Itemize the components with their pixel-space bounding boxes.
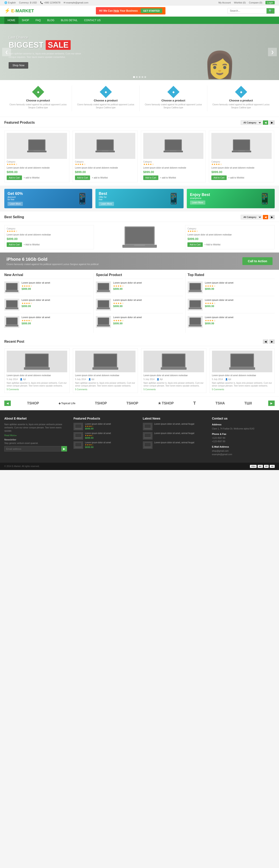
best-selling-category-select[interactable]: All Category (241, 215, 262, 219)
brands-next-btn[interactable]: ▶ (268, 401, 275, 406)
iphone-banner-text: iPhone 6 16Gb Gold Cicero famously crate… (6, 257, 99, 266)
hero-dot-1[interactable] (133, 76, 135, 78)
featured-products-grid: Category ★★★★☆ Lorem ipsum dolor sit ame… (0, 127, 279, 186)
hero-dot-4[interactable] (142, 76, 143, 78)
top-bar-right: My Account Wishlist (0) Compare (0) Logi… (218, 1, 275, 4)
sp-price-2: $899.99 (113, 305, 142, 308)
post-author-3: 👤 Ajit (156, 378, 163, 380)
hero-next-button[interactable]: ❯ (268, 48, 277, 56)
post-author-2: 👤 Ajit (88, 378, 94, 380)
feature-title-2: Choose a product (74, 99, 137, 102)
search-button[interactable]: 🔍 (267, 8, 275, 13)
add-to-cart-1[interactable]: Add to Cart (7, 176, 22, 180)
sp-stars-1: ★★★★☆ (113, 285, 142, 287)
payment-visa: VISA (250, 465, 256, 468)
main-nav: HOME SHOP FAQ BLOG BLOG DETAIL CONTACT U… (0, 17, 279, 24)
post-comments-4[interactable]: 5 Comments (212, 388, 273, 391)
best-selling-prev-btn[interactable]: ◀ (263, 215, 268, 219)
fp-title-2: Lorem ipsum dolor sit amet (85, 432, 111, 434)
nav-faq[interactable]: FAQ (32, 17, 44, 24)
promo-text-3: Enjoy Best smartphone Learn More (190, 192, 210, 205)
nav-home[interactable]: HOME (4, 17, 19, 24)
add-to-cart-2[interactable]: Add to Cart (75, 176, 90, 180)
hero-dot-3[interactable] (139, 76, 140, 78)
product-price-2: $899.00 (75, 170, 135, 174)
bs-wishlist-2[interactable]: + Add to Wishlist (205, 243, 220, 246)
language-selector[interactable]: 🌐 English (4, 1, 16, 4)
promo-banner-1: Get 60% discount for free Learn More 📱 (4, 189, 92, 208)
newsletter-input-container: ▶ (4, 446, 67, 452)
top-rated-item-2: Lorem ipsum dolor sit amet ★★★★☆ $899.99 (188, 299, 275, 313)
post-meta-3: 5 July 2014 👤 Ajit (143, 378, 204, 380)
hero-dot-5[interactable] (144, 76, 146, 78)
feature-1: ◆ Choose a product Cicero famously crate… (4, 86, 72, 111)
hero-dot-2[interactable] (136, 76, 138, 78)
bs-cart-2[interactable]: Add to Cart (187, 242, 203, 247)
best-selling-next-btn[interactable]: ▶ (269, 215, 275, 219)
bs-wishlist-1[interactable]: + Add to Wishlist (24, 243, 40, 246)
call-to-action-button[interactable]: Call to Action (242, 257, 273, 265)
address-text: Clare 1, 74 Fadlan Dr, Wellcome alpha 81… (212, 427, 275, 431)
newsletter-email-input[interactable] (4, 446, 61, 452)
promo-learn-3[interactable]: Learn More (190, 200, 205, 205)
post-comments-2[interactable]: 5 Comments (75, 388, 136, 391)
svg-rect-70 (144, 428, 151, 429)
best-selling-info-2: Category ★★★★☆ Lorem ipsum dolor sit ame… (187, 227, 272, 247)
recent-post-next[interactable]: ▶ (269, 339, 275, 344)
product-category-1: Category (7, 161, 67, 163)
new-arrival-info-3: Lorem ipsum dolor sit amet ★★★★☆ $899.99 (22, 316, 50, 325)
search-input[interactable] (228, 8, 267, 13)
footer-read-more[interactable]: Read More ▸ (4, 434, 67, 437)
login-link[interactable]: Login (266, 1, 275, 4)
recent-post-prev[interactable]: ◀ (263, 339, 268, 344)
wishlist-2[interactable]: + add to Wishlist (92, 177, 108, 179)
wishlist-3[interactable]: + add to Wishlist (160, 177, 176, 179)
nav-shop[interactable]: SHOP (19, 17, 32, 24)
product-category-3: Category (143, 161, 204, 163)
special-img-1 (96, 281, 111, 293)
featured-prev-btn[interactable]: ◀ (263, 120, 268, 125)
feature-4: ◆ Choose a product Cicero famously crate… (207, 86, 275, 111)
post-comments-1[interactable]: 5 Comments (7, 388, 67, 391)
top-rated-img-1 (188, 281, 203, 293)
add-to-cart-4[interactable]: Add to Cart (211, 176, 226, 180)
newsletter-submit-button[interactable]: ▶ (61, 446, 67, 452)
promo-learn-1[interactable]: Learn More (7, 202, 23, 206)
feature-desc-2: Cicero famously crated against his polit… (74, 103, 137, 109)
tr-stars-3: ★★★★☆ (205, 319, 234, 322)
svg-rect-64 (74, 437, 82, 438)
bs-cart-1[interactable]: Add to Cart (7, 242, 22, 247)
currency-selector[interactable]: Currency: $ USD (19, 1, 37, 4)
wishlist-4[interactable]: + add to Wishlist (229, 177, 244, 179)
special-item-3: Lorem ipsum dolor sit amet ★★★★☆ $899.99 (96, 316, 183, 331)
promo-learn-2[interactable]: Learn More (99, 202, 114, 206)
featured-category-select[interactable]: All Category (241, 120, 262, 125)
wishlist-link[interactable]: Wishlist (0) (234, 1, 246, 4)
my-account-link[interactable]: My Account (218, 1, 231, 4)
fn-title-2: Lorem ipsum dolor sit amet, animal feuga… (154, 432, 194, 434)
nav-blog[interactable]: BLOG (44, 17, 58, 24)
svg-rect-63 (75, 434, 81, 437)
promo-text-2: Best Offer for free Learn More (99, 191, 114, 206)
add-to-cart-3[interactable]: Add to Cart (143, 176, 159, 180)
compare-link[interactable]: Compare (0) (249, 1, 262, 4)
product-image-3 (143, 133, 204, 159)
special-info-1: Lorem ipsum dolor sit amet ★★★★☆ $899.99 (113, 281, 142, 290)
fax-text: +123 4567 89 (212, 440, 275, 443)
post-comments-3[interactable]: 5 Comments (143, 388, 204, 391)
sp-title-1: Lorem ipsum dolor sit amet (113, 281, 142, 284)
feature-icon-1: ◆ (32, 86, 44, 98)
shop-now-button[interactable]: Shop Now (9, 62, 28, 69)
tr-stars-1: ★★★★☆ (205, 285, 234, 287)
sp-stars-2: ★★★★☆ (113, 302, 142, 305)
get-started-button[interactable]: GET STARTED (141, 8, 163, 13)
featured-next-btn[interactable]: ▶ (269, 120, 275, 125)
nav-contact[interactable]: CONTACT US (81, 17, 104, 24)
payment-mc: MC (258, 465, 263, 468)
logo[interactable]: ⚡ E-MARKET (4, 8, 34, 13)
nav-blog-detail[interactable]: BLOG DETAIL (58, 17, 81, 24)
wishlist-1[interactable]: + add to Wishlist (24, 177, 40, 179)
top-rated-item-1: Lorem ipsum dolor sit amet ★★★★☆ $899.99 (188, 281, 275, 296)
brands-prev-btn[interactable]: ◀ (4, 401, 11, 406)
new-arrival-img-2 (4, 299, 20, 311)
